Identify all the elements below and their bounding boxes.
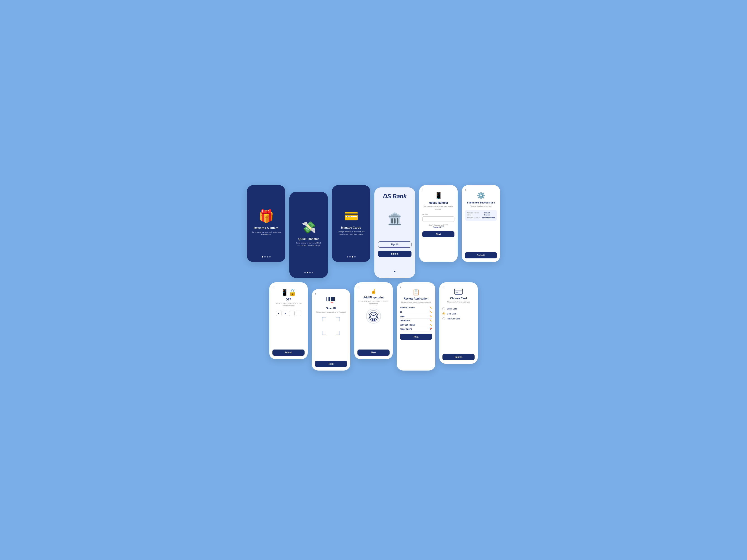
signup-button[interactable]: Sign Up <box>378 241 411 248</box>
scanid-title: Scan ID <box>326 307 336 310</box>
dot-m3 <box>352 256 353 257</box>
rewards-dots <box>262 256 271 257</box>
holder-value: Sathish Dinesh <box>484 212 495 216</box>
rewards-icon-area: 🎁 Rewards & Offers Get rewards for your … <box>251 190 282 254</box>
mobile-title: Mobile Number <box>429 201 448 204</box>
bank-icon: 🏛️ <box>388 212 402 226</box>
holder-label: Account Holder Name : <box>467 212 483 216</box>
scanid-next-button[interactable]: Next <box>315 361 347 367</box>
silver-card-option[interactable]: Silver Card <box>442 306 474 311</box>
dot-m1 <box>347 256 348 257</box>
review-item-account: 90002 58975 📅 <box>400 327 432 331</box>
dot-4 <box>269 256 271 257</box>
fingerprint-subtitle: Please add your fingerprint for secure t… <box>357 300 390 305</box>
card-options: Silver Card Gold Card Platinum Card <box>442 306 474 321</box>
card-icon <box>454 289 463 296</box>
transfer-subtitle: Send money to anyone within 2 minutes wi… <box>293 242 324 247</box>
choosecard-subtitle: Please select your card type <box>447 301 470 303</box>
screen-submitted: ‹ ⚙️ Submitted Successfully Your applica… <box>462 185 500 262</box>
scanid-subtitle: Please scan your Aadhar or Passport <box>316 311 346 313</box>
mobile-input[interactable] <box>422 217 455 222</box>
review-back-button[interactable]: ‹ <box>400 285 401 289</box>
choosecard-back-button[interactable]: ‹ <box>442 285 444 289</box>
edit-gender-icon[interactable]: ✏️ <box>430 315 432 317</box>
choosecard-title: Choose Card <box>450 297 467 300</box>
gold-radio-inner <box>443 313 444 314</box>
dot-3 <box>267 256 268 257</box>
svg-rect-0 <box>327 297 327 301</box>
touch-icon: ☝️ <box>370 289 377 295</box>
otp-title: OTP <box>286 298 291 301</box>
submitted-subtitle: Your application submitted <box>470 205 491 207</box>
review-item-dob: 08/08/1993 ✏️ <box>400 319 432 323</box>
platinum-label: Platinum Card <box>447 317 460 320</box>
row-2: ‹ 📱🔒 OTP Please enter the OTP sent to yo… <box>227 282 520 371</box>
choosecard-submit-button[interactable]: Submit <box>442 354 474 360</box>
svg-rect-4 <box>332 297 334 301</box>
fingerprint-back-button[interactable]: ‹ <box>357 285 359 289</box>
ds-bank-title: DS Bank <box>383 193 406 200</box>
review-item-gender: Male ✏️ <box>400 314 432 319</box>
screen-choose-card: ‹ Choose Card Please select your card ty… <box>439 282 478 364</box>
fingerprint-title: Add Fingerprint <box>363 296 384 299</box>
resend-label: Didn't Receive an OTP ? <box>422 224 455 226</box>
otp-box-4[interactable] <box>296 311 301 316</box>
review-icon: 📋 <box>412 289 420 296</box>
card-hand-icon: 💳 <box>344 209 359 223</box>
svg-rect-3 <box>331 297 332 301</box>
platinum-card-option[interactable]: Platinum Card <box>442 316 474 321</box>
platinum-radio[interactable] <box>442 317 445 320</box>
silver-radio[interactable] <box>442 307 445 310</box>
manage-icon-area: 💳 Manage Cards Manage all cards in app i… <box>336 190 367 254</box>
edit-name-icon[interactable]: ✏️ <box>430 307 432 309</box>
otp-icon: 📱🔒 <box>281 289 297 296</box>
submitted-submit-button[interactable]: Submit <box>465 252 497 258</box>
mobile-next-button[interactable]: Next <box>422 231 455 237</box>
otp-submit-button[interactable]: Submit <box>273 350 305 356</box>
review-next-button[interactable]: Next <box>400 334 432 340</box>
scanid-back-button[interactable]: ‹ <box>315 292 316 296</box>
otp-back-button[interactable]: ‹ <box>273 285 274 289</box>
account-value: 00014528963Z1 <box>482 217 495 219</box>
dot-t3 <box>309 272 311 273</box>
svg-rect-7 <box>455 289 463 295</box>
svg-point-6 <box>366 309 381 323</box>
edit-account-icon[interactable]: 📅 <box>430 328 432 330</box>
edit-phone-icon[interactable]: ✏️ <box>430 324 432 326</box>
screen-manage-cards: 💳 Manage Cards Manage all cards in app i… <box>332 185 370 262</box>
dot-1 <box>262 256 263 257</box>
screen-ds-bank: DS Bank 🏛️ Sign Up Sign In <box>375 187 415 278</box>
rewards-title: Rewards & Offers <box>254 226 278 230</box>
review-subtitle: Please check your details are correct <box>401 301 431 303</box>
rewards-subtitle: Get rewards for your each and every tran… <box>251 231 282 236</box>
otp-box-1[interactable]: • <box>276 311 282 316</box>
mobile-back-button[interactable]: ‹ <box>422 188 423 192</box>
screen-otp: ‹ 📱🔒 OTP Please enter the OTP sent to yo… <box>269 282 308 359</box>
main-canvas: 🎁 Rewards & Offers Get rewards for your … <box>227 185 520 375</box>
corner-br <box>336 331 340 335</box>
transfer-dots <box>304 272 313 273</box>
submitted-info-box: Account Holder Name : Sathish Dinesh Acc… <box>465 210 497 221</box>
dot-m4 <box>354 256 356 257</box>
fingerprint-icon <box>366 308 381 325</box>
submitted-back-button[interactable]: ‹ <box>465 188 466 192</box>
otp-subtitle: Please enter the OTP sent to your mobile… <box>273 302 305 307</box>
screen-review: ‹ 📋 Review Application Please check your… <box>397 282 435 371</box>
edit-age-icon[interactable]: ✏️ <box>430 311 432 313</box>
gold-card-option[interactable]: Gold Card <box>442 311 474 316</box>
dot-m2 <box>349 256 351 257</box>
corner-tr <box>336 317 340 321</box>
gold-radio[interactable] <box>442 312 445 315</box>
review-item-phone: 7390 3254 0212 ✏️ <box>400 323 432 327</box>
row-1: 🎁 Rewards & Offers Get rewards for your … <box>227 185 520 278</box>
dot-t4 <box>312 272 313 273</box>
resend-otp-link[interactable]: Resend OTP <box>422 226 455 228</box>
otp-box-3[interactable] <box>289 311 294 316</box>
edit-dob-icon[interactable]: ✏️ <box>430 320 432 322</box>
review-item-name: Sathish Dinesh ✏️ <box>400 306 432 310</box>
signin-button[interactable]: Sign In <box>378 251 411 257</box>
screen-rewards: 🎁 Rewards & Offers Get rewards for your … <box>247 185 285 262</box>
otp-box-2[interactable]: • <box>283 311 288 316</box>
fingerprint-next-button[interactable]: Next <box>357 350 390 356</box>
screen-quick-transfer: 💸 Quick Transfer Send money to anyone wi… <box>289 192 328 278</box>
